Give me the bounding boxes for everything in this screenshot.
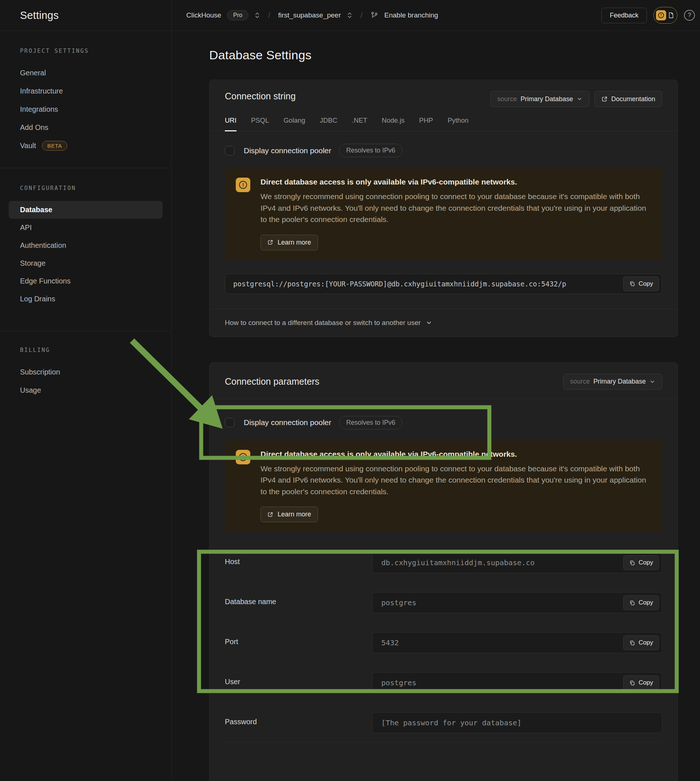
connection-parameter-fields: Host db.cxhygiuitamxhniiddjm.supabase.co… [225,552,662,733]
tab-nodejs[interactable]: Node.js [382,117,405,131]
resolves-ipv6-badge: Resolves to IPv6 [339,416,402,429]
copy-database-name-button[interactable]: Copy [623,596,659,610]
project-selector-icon[interactable] [347,11,353,19]
section-configuration: CONFIGURATION Database API Authenticatio… [0,168,172,332]
pooler-label: Display connection pooler [244,146,331,155]
app-title: Settings [20,10,58,22]
breadcrumb-project[interactable]: first_supabase_peer [278,11,341,19]
section-title: PROJECT SETTINGS [0,48,172,54]
learn-more-button[interactable]: Learn more [260,235,318,250]
copy-user-button[interactable]: Copy [623,676,659,690]
sidebar-item-integrations[interactable]: Integrations [0,100,172,118]
pooler-label: Display connection pooler [244,418,331,427]
section-billing: BILLING Subscription Usage [0,332,172,412]
pooler-row: Display connection pooler Resolves to IP… [225,416,662,429]
field-row-user: User postgres Copy [225,672,662,693]
display-connection-pooler-checkbox[interactable] [225,418,234,427]
tab-uri[interactable]: URI [225,117,237,131]
source-dropdown[interactable]: source Primary Database [563,374,662,390]
external-link-icon [267,512,273,517]
sidebar-item-storage[interactable]: Storage [0,254,172,272]
tab-psql[interactable]: PSQL [251,117,269,131]
sidebar-item-log-drains[interactable]: Log Drains [0,290,172,308]
field-label: Port [225,632,372,646]
sidebar-item-usage[interactable]: Usage [0,381,172,399]
warning-icon: ! [236,450,250,464]
user-field[interactable]: postgres Copy [372,672,662,693]
chevron-down-icon [650,379,655,385]
connection-string-tabs: URI PSQL Golang JDBC .NET Node.js PHP Py… [210,107,677,131]
source-dropdown[interactable]: source Primary Database [490,91,589,107]
top-header: ClickHouse Pro / first_supabase_peer / E… [172,0,700,31]
external-link-icon [267,239,273,245]
help-icon[interactable]: ? [684,10,695,21]
breadcrumb: ClickHouse Pro / first_supabase_peer / E… [186,10,438,20]
chevron-down-icon [577,96,582,102]
field-label: Database name [225,592,372,606]
connection-string-header: Connection string source Primary Databas… [210,80,677,107]
copy-host-button[interactable]: Copy [623,556,659,570]
tab-dotnet[interactable]: .NET [352,117,367,131]
port-field[interactable]: 5432 Copy [372,632,662,653]
sidebar-item-infrastructure[interactable]: Infrastructure [0,82,172,100]
sidebar-item-authentication[interactable]: Authentication [0,237,172,254]
breadcrumb-separator: / [266,11,273,20]
sidebar-item-add-ons[interactable]: Add Ons [0,118,172,137]
tab-jdbc[interactable]: JDBC [320,117,337,131]
documentation-button[interactable]: Documentation [595,91,662,107]
ipv6-warning: ! Direct database access is only availab… [225,441,662,532]
password-field[interactable]: [The password for your database] [372,712,662,733]
field-row-port: Port 5432 Copy [225,632,662,653]
section-title: BILLING [0,347,172,354]
breadcrumb-separator: / [358,11,365,20]
settings-sidebar: Settings PROJECT SETTINGS General Infras… [0,0,172,781]
field-label: User [225,672,372,686]
document-icon [667,11,675,19]
org-selector-icon[interactable] [254,11,260,19]
section-title: CONFIGURATION [0,185,172,192]
field-row-password: Password [The password for your database… [225,712,662,733]
sidebar-item-database[interactable]: Database [9,201,163,219]
sidebar-item-subscription[interactable]: Subscription [0,363,172,381]
git-branch-icon [370,11,378,19]
copy-icon [629,560,635,566]
connection-parameters-header: Connection parameters source Primary Dat… [210,363,677,399]
chevron-down-icon [426,320,432,326]
warning-icon: ! [236,178,250,192]
feedback-button[interactable]: Feedback [602,8,647,23]
connection-uri-value: postgresql://postgres:[YOUR-PASSWORD]@db… [233,280,566,288]
connection-help-expander[interactable]: How to connect to a different database o… [210,309,677,337]
notifications-avatar[interactable]: ! [653,7,677,23]
sidebar-item-general[interactable]: General [0,64,172,82]
card-title: Connection parameters [225,376,320,387]
display-connection-pooler-checkbox[interactable] [225,146,234,155]
copy-icon [629,680,635,686]
sidebar-nav: PROJECT SETTINGS General Infrastructure … [0,31,172,412]
connection-uri-field[interactable]: postgresql://postgres:[YOUR-PASSWORD]@db… [225,274,662,294]
tab-php[interactable]: PHP [419,117,433,131]
sidebar-item-api[interactable]: API [0,219,172,237]
copy-icon [629,640,635,646]
database-name-field[interactable]: postgres Copy [372,592,662,613]
connection-string-card: Connection string source Primary Databas… [209,80,678,337]
copy-port-button[interactable]: Copy [623,636,659,650]
sidebar-item-edge-functions[interactable]: Edge Functions [0,272,172,290]
learn-more-button[interactable]: Learn more [260,507,318,522]
sidebar-item-vault[interactable]: Vault BETA [0,137,172,155]
resolves-ipv6-badge: Resolves to IPv6 [339,144,402,157]
copy-icon [629,600,635,606]
tab-python[interactable]: Python [448,117,468,131]
external-link-icon [602,96,608,102]
connection-parameters-card: Connection parameters source Primary Dat… [209,362,678,781]
copy-uri-button[interactable]: Copy [623,277,659,291]
main-content: Database Settings Connection string sour… [172,31,700,781]
warning-title: Direct database access is only available… [260,450,646,459]
page-title: Database Settings [209,48,700,62]
pooler-row: Display connection pooler Resolves to IP… [225,144,662,157]
breadcrumb-org[interactable]: ClickHouse [186,11,221,19]
sidebar-header: Settings [0,0,172,31]
host-field[interactable]: db.cxhygiuitamxhniiddjm.supabase.co Copy [372,552,662,573]
enable-branching-button[interactable]: Enable branching [384,11,438,19]
field-row-host: Host db.cxhygiuitamxhniiddjm.supabase.co… [225,552,662,573]
tab-golang[interactable]: Golang [283,117,305,131]
